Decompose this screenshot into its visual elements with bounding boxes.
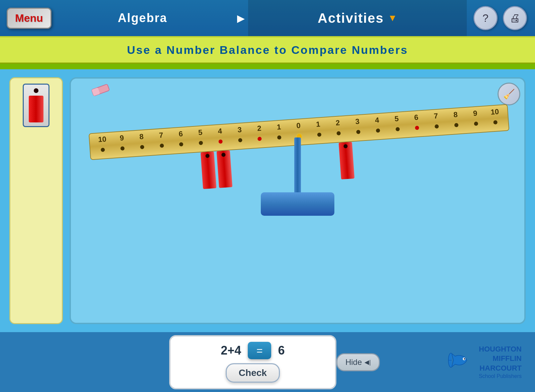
beam-num-10l: 10	[94, 134, 110, 144]
beam-dot-5r	[396, 127, 400, 131]
beam-num-10r: 10	[487, 107, 503, 117]
weight-on-beam-4l-b[interactable]	[217, 150, 233, 188]
beam-num-8r: 8	[447, 110, 463, 119]
main-content: 🧹 10 9 8 7 6 5 4 3 2	[0, 69, 535, 332]
balance-beam-container: 10 9 8 7 6 5 4 3 2 1 0 1 2 3 4	[88, 105, 508, 219]
beam-wrapper: 10 9 8 7 6 5 4 3 2 1 0 1 2 3 4	[88, 97, 507, 127]
beam-dot-7r	[435, 124, 439, 129]
eraser-icon[interactable]	[89, 81, 113, 102]
weight-on-beam-6r[interactable]	[339, 142, 355, 180]
beam-dot-10r	[494, 120, 498, 124]
publisher-fish-icon	[447, 347, 473, 377]
beam-num-6l: 6	[173, 129, 189, 139]
help-icon: ?	[483, 12, 489, 24]
equation-right: 6	[278, 344, 285, 358]
menu-button[interactable]: Menu	[7, 8, 51, 29]
equals-button[interactable]: =	[248, 342, 271, 359]
top-navigation: Menu Algebra ▶ Activities ▼ ? 🖨	[0, 0, 535, 36]
beam-dot-1r	[317, 132, 321, 137]
equation-left: 2+4	[221, 344, 241, 358]
weight-peg	[34, 88, 38, 93]
beam-dot-7l	[159, 143, 164, 148]
beam-dot-9r	[474, 121, 478, 126]
beam-dot-2r	[337, 131, 341, 135]
beam-num-9l: 9	[114, 133, 130, 143]
beam-dot-6l	[179, 142, 184, 146]
right-weights-group	[339, 142, 355, 180]
nav-icon-group: ? 🖨	[473, 6, 527, 30]
beam-num-5r: 5	[389, 114, 405, 124]
title-bar: Use a Number Balance to Compare Numbers	[0, 36, 535, 64]
beam-num-2r: 2	[330, 118, 346, 128]
beam-dot-10l	[101, 148, 105, 152]
activities-dropdown-arrow: ▼	[388, 13, 397, 23]
beam-num-3l: 3	[232, 125, 248, 135]
beam-dot-4l	[218, 139, 223, 144]
nav-algebra-label: Algebra	[51, 11, 234, 25]
balance-stand-base	[261, 192, 334, 216]
beam-num-9r: 9	[467, 108, 483, 118]
broom-icon: 🧹	[503, 89, 515, 100]
left-weights-group	[201, 150, 232, 189]
beam-num-7l: 7	[153, 130, 169, 140]
beam-dot-9l	[120, 146, 125, 151]
beam-num-5l: 5	[192, 128, 208, 137]
help-button[interactable]: ?	[473, 6, 498, 30]
beam-dot-4r	[376, 128, 380, 133]
beam-dot-6r	[415, 126, 419, 130]
green-accent-line	[0, 64, 535, 69]
beam-dot-5l	[199, 141, 203, 145]
beam-num-7r: 7	[428, 111, 444, 121]
beam-num-1l: 1	[271, 122, 287, 132]
beam-dot-1l	[277, 135, 282, 140]
beam-num-8l: 8	[133, 132, 149, 141]
publisher-logo: HOUGHTON MIFFLIN HARCOURT School Publish…	[447, 345, 522, 380]
weight-tool-panel	[9, 77, 63, 324]
bottom-section: 2+4 = 6 Check Hide ◀| HOUGHTON MIF	[0, 332, 535, 392]
beam-dot-3l	[238, 138, 242, 142]
equation-row: 2+4 = 6	[221, 342, 285, 359]
beam-num-2l: 2	[251, 124, 267, 133]
equals-symbol: =	[256, 345, 263, 357]
nav-activities-label: Activities	[318, 11, 384, 26]
print-icon: 🖨	[510, 12, 520, 24]
balance-area[interactable]: 🧹 10 9 8 7 6 5 4 3 2	[70, 77, 526, 324]
nav-arrow-icon: ▶	[237, 12, 245, 24]
check-button[interactable]: Check	[226, 363, 280, 383]
svg-point-3	[464, 358, 465, 360]
beam-dot-8l	[140, 145, 144, 149]
beam-num-1r: 1	[310, 119, 326, 129]
beam-num-0: 0	[291, 121, 307, 130]
beam-dot-8r	[454, 123, 458, 127]
weight-tool-item[interactable]	[23, 84, 49, 127]
publisher-text: HOUGHTON MIFFLIN HARCOURT School Publish…	[479, 345, 522, 380]
weight-body	[29, 96, 43, 122]
beam-dot-3r	[356, 130, 360, 134]
beam-num-3r: 3	[349, 117, 365, 126]
page-title: Use a Number Balance to Compare Numbers	[0, 43, 535, 57]
hide-label: Hide	[345, 358, 362, 367]
beam-dot-2l	[257, 137, 262, 141]
nav-activities-section[interactable]: Activities ▼	[248, 0, 467, 36]
equation-panel: 2+4 = 6 Check	[169, 335, 336, 389]
hide-button[interactable]: Hide ◀|	[336, 353, 380, 371]
beam-num-4l: 4	[212, 126, 228, 136]
hide-back-icon: ◀|	[364, 359, 371, 366]
clear-button[interactable]: 🧹	[498, 83, 520, 105]
print-button[interactable]: 🖨	[503, 6, 527, 30]
beam-num-6r: 6	[408, 113, 424, 122]
beam-num-4r: 4	[369, 115, 385, 125]
weight-on-beam-4l-a[interactable]	[201, 152, 217, 189]
